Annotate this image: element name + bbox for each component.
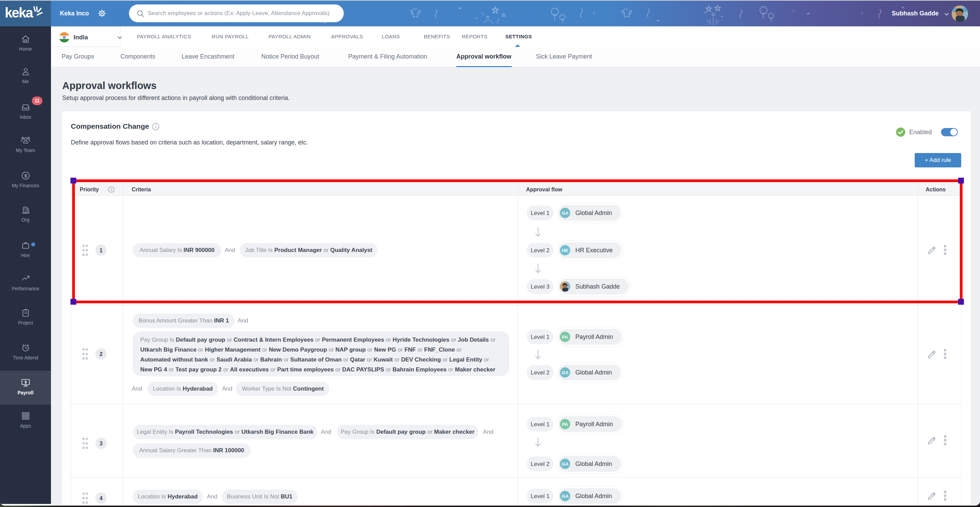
svg-text:$: $ <box>24 380 26 384</box>
svg-text:$: $ <box>24 173 27 179</box>
